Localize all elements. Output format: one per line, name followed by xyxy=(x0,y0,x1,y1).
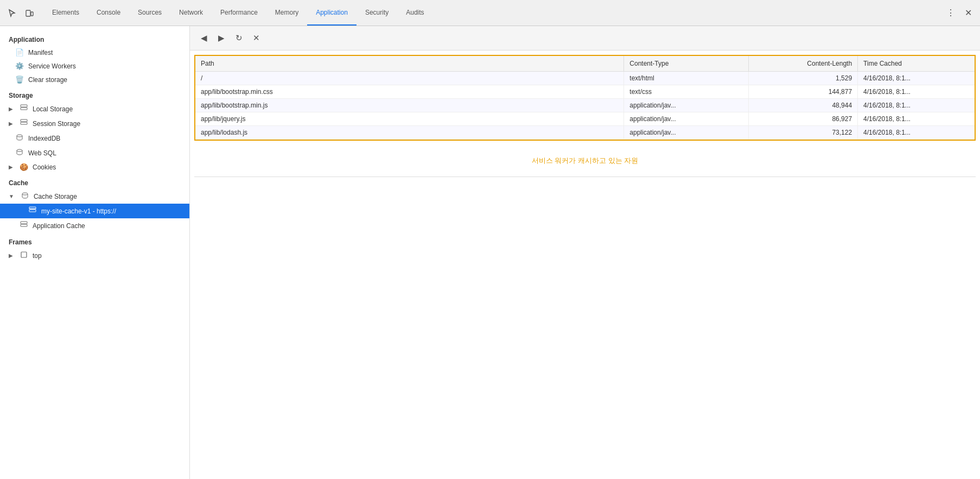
section-application: Application xyxy=(0,30,189,46)
cell-content-length: 1,529 xyxy=(749,72,858,85)
back-button[interactable]: ◀ xyxy=(196,30,212,46)
svg-rect-5 xyxy=(21,122,27,124)
more-options-icon[interactable]: ⋮ xyxy=(943,5,958,21)
cell-path: app/lib/bootstrap.min.css xyxy=(195,85,624,99)
sidebar-item-web-sql[interactable]: Web SQL xyxy=(0,146,189,160)
devtools-icons xyxy=(4,5,37,21)
cell-content-type: application/jav... xyxy=(624,112,749,126)
sidebar-item-top[interactable]: ▶ top xyxy=(0,248,189,263)
cell-content-type: application/jav... xyxy=(624,99,749,112)
tabs: Elements Console Sources Network Perform… xyxy=(43,0,943,26)
expand-icon: ▶ xyxy=(9,164,13,170)
sidebar-item-label: Web SQL xyxy=(28,149,56,157)
table-row[interactable]: app/lib/bootstrap.min.css text/css 144,8… xyxy=(195,85,975,99)
table-row[interactable]: app/lib/jquery.js application/jav... 86,… xyxy=(195,112,975,126)
sidebar-item-label: Local Storage xyxy=(33,105,73,113)
svg-rect-0 xyxy=(26,10,30,16)
sidebar-item-label: Cookies xyxy=(33,163,56,171)
clear-button[interactable]: ✕ xyxy=(249,30,264,46)
sidebar-item-cookies[interactable]: ▶ 🍪 Cookies xyxy=(0,160,189,174)
sidebar-item-label: Service Workers xyxy=(28,62,76,70)
bottom-panel xyxy=(190,177,980,479)
tab-security[interactable]: Security xyxy=(357,0,397,26)
main-layout: Application 📄 Manifest ⚙️ Service Worker… xyxy=(0,26,980,479)
svg-rect-13 xyxy=(21,224,27,226)
sidebar-item-manifest[interactable]: 📄 Manifest xyxy=(0,46,189,59)
table-row[interactable]: / text/html 1,529 4/16/2018, 8:1... xyxy=(195,72,975,85)
sidebar-item-label: my-site-cache-v1 - https:// xyxy=(41,207,116,215)
tab-performance[interactable]: Performance xyxy=(212,0,266,26)
table-row[interactable]: app/lib/lodash.js application/jav... 73,… xyxy=(195,126,975,140)
sidebar-item-local-storage[interactable]: ▶ Local Storage xyxy=(0,102,189,116)
cell-content-length: 144,877 xyxy=(749,85,858,99)
top-bar-right: ⋮ ✕ xyxy=(943,5,976,21)
sidebar-item-application-cache[interactable]: Application Cache xyxy=(0,218,189,233)
sidebar-item-label: Session Storage xyxy=(33,120,80,128)
application-cache-icon xyxy=(20,221,28,230)
device-toggle-icon[interactable] xyxy=(22,5,37,21)
clear-storage-icon: 🗑️ xyxy=(15,75,24,84)
cache-table: Path Content-Type Content-Length Time Ca… xyxy=(195,56,975,140)
svg-point-7 xyxy=(17,149,22,152)
expand-icon: ▶ xyxy=(9,106,13,112)
svg-point-6 xyxy=(17,135,22,137)
cell-content-length: 48,944 xyxy=(749,99,858,112)
content-area: ◀ ▶ ↻ ✕ Path Content-Type Content-Length… xyxy=(190,26,980,479)
sidebar-item-service-workers[interactable]: ⚙️ Service Workers xyxy=(0,59,189,73)
cell-time-cached: 4/16/2018, 8:1... xyxy=(858,99,975,112)
refresh-button[interactable]: ↻ xyxy=(231,30,246,46)
cell-path: app/lib/lodash.js xyxy=(195,126,624,140)
expand-icon: ▶ xyxy=(9,121,13,127)
svg-rect-14 xyxy=(21,252,27,257)
cell-time-cached: 4/16/2018, 8:1... xyxy=(858,72,975,85)
sidebar-item-label: IndexedDB xyxy=(28,135,60,142)
sidebar-item-label: Cache Storage xyxy=(34,193,77,200)
svg-rect-12 xyxy=(21,222,27,224)
expand-icon: ▼ xyxy=(9,193,14,199)
session-storage-icon xyxy=(20,119,28,128)
tab-memory[interactable]: Memory xyxy=(266,0,307,26)
cell-path: app/lib/jquery.js xyxy=(195,112,624,126)
sidebar-item-label: Clear storage xyxy=(28,76,67,84)
sidebar-item-label: Application Cache xyxy=(33,222,85,230)
cursor-icon[interactable] xyxy=(4,5,20,21)
cell-path: / xyxy=(195,72,624,85)
sidebar-item-indexeddb[interactable]: IndexedDB xyxy=(0,131,189,146)
tab-sources[interactable]: Sources xyxy=(129,0,170,26)
top-bar: Elements Console Sources Network Perform… xyxy=(0,0,980,26)
col-header-content-length[interactable]: Content-Length xyxy=(749,56,858,72)
tab-network[interactable]: Network xyxy=(170,0,212,26)
cell-content-type: text/html xyxy=(624,72,749,85)
annotation-text: 서비스 워커가 캐시하고 있는 자원 xyxy=(190,145,980,177)
expand-icon: ▶ xyxy=(9,253,13,259)
close-devtools-icon[interactable]: ✕ xyxy=(960,5,976,21)
col-header-path[interactable]: Path xyxy=(195,56,624,72)
cell-content-length: 86,927 xyxy=(749,112,858,126)
table-row[interactable]: app/lib/bootstrap.min.js application/jav… xyxy=(195,99,975,112)
web-sql-icon xyxy=(15,148,24,157)
section-storage: Storage xyxy=(0,86,189,102)
cell-path: app/lib/bootstrap.min.js xyxy=(195,99,624,112)
tab-audits[interactable]: Audits xyxy=(397,0,432,26)
col-header-content-type[interactable]: Content-Type xyxy=(624,56,749,72)
sidebar-item-label: Manifest xyxy=(28,49,53,56)
sidebar-item-cache-storage[interactable]: ▼ Cache Storage xyxy=(0,189,189,204)
tab-application[interactable]: Application xyxy=(307,0,357,26)
tab-elements[interactable]: Elements xyxy=(43,0,88,26)
cell-time-cached: 4/16/2018, 8:1... xyxy=(858,126,975,140)
cell-time-cached: 4/16/2018, 8:1... xyxy=(858,112,975,126)
local-storage-icon xyxy=(20,104,28,114)
svg-rect-11 xyxy=(29,209,36,209)
sidebar: Application 📄 Manifest ⚙️ Service Worker… xyxy=(0,26,190,479)
indexeddb-icon xyxy=(15,134,24,143)
sidebar-item-my-site-cache[interactable]: my-site-cache-v1 - https:// xyxy=(0,204,189,218)
col-header-time-cached[interactable]: Time Cached xyxy=(858,56,975,72)
sidebar-item-session-storage[interactable]: ▶ Session Storage xyxy=(0,116,189,131)
svg-rect-2 xyxy=(21,105,27,107)
forward-button[interactable]: ▶ xyxy=(214,30,229,46)
cell-content-type: text/css xyxy=(624,85,749,99)
cell-time-cached: 4/16/2018, 8:1... xyxy=(858,85,975,99)
manifest-icon: 📄 xyxy=(15,48,24,56)
sidebar-item-clear-storage[interactable]: 🗑️ Clear storage xyxy=(0,73,189,86)
tab-console[interactable]: Console xyxy=(88,0,129,26)
